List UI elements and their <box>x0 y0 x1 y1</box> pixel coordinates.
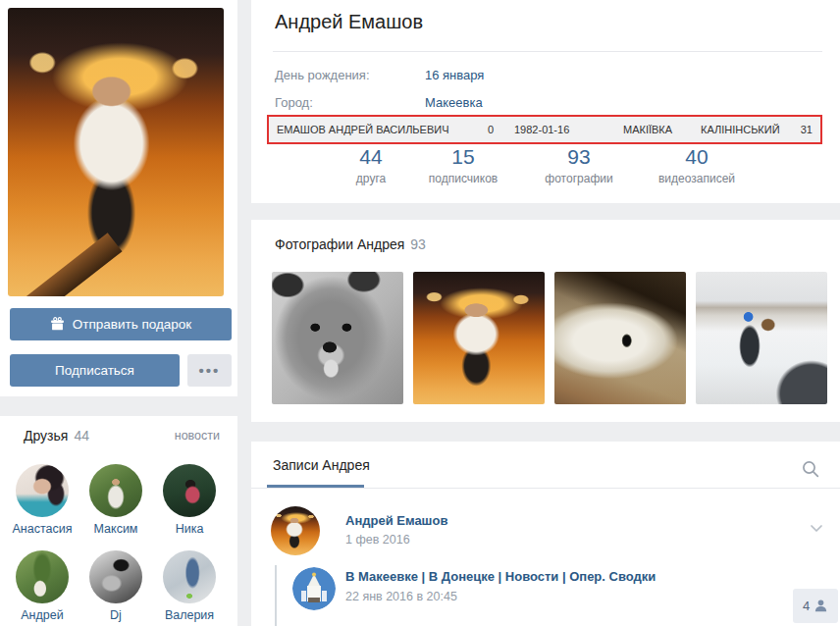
photo-thumbnail-winter[interactable] <box>696 272 827 404</box>
friends-count: 44 <box>74 428 89 443</box>
repost-source-name[interactable]: В Макеевке | В Донецке | Новости | Опер.… <box>345 569 777 584</box>
post-date[interactable]: 1 фев 2016 <box>345 533 410 547</box>
divider <box>273 51 822 52</box>
profile-info-card: Андрей Емашов День рождения: 16 января Г… <box>251 0 840 203</box>
counter-videos-label: видеозаписей <box>658 172 735 185</box>
counter-videos-value: 40 <box>658 145 735 169</box>
leak-district: КАЛІНІНСЬКИЙ <box>701 124 780 135</box>
friend-avatar-valeria[interactable] <box>163 550 216 603</box>
vk-profile-page: Отправить подарок Подписаться ••• Друзья… <box>0 0 840 626</box>
post-author-name[interactable]: Андрей Емашов <box>345 513 447 528</box>
friend-avatar-nika[interactable] <box>163 464 216 517</box>
repost-date[interactable]: 22 янв 2016 в 20:45 <box>345 590 457 603</box>
birthday-label: День рождения: <box>275 68 370 82</box>
send-gift-label: Отправить подарок <box>73 317 192 332</box>
counter-friends-value: 44 <box>356 145 386 169</box>
friend-name[interactable]: Андрей <box>6 608 79 622</box>
friends-title: Друзья <box>24 428 68 443</box>
leaked-record-highlight: ЕМАШОВ АНДРЕЙ ВАСИЛЬЕВИЧ 0 1982-01-16 МА… <box>267 115 822 144</box>
counter-friends-label: друга <box>356 172 386 185</box>
photo-thumbnail-fish[interactable] <box>554 272 686 404</box>
friend-name[interactable]: Валерия <box>153 608 226 622</box>
leak-number: 31 <box>801 124 813 135</box>
gift-icon <box>50 317 65 332</box>
photo-thumbnail-skating[interactable] <box>413 272 545 404</box>
photos-section-title: Фотографии Андрея <box>275 236 404 252</box>
friend-name[interactable]: Ника <box>153 522 226 536</box>
counter-followers-label: подписчиков <box>429 172 498 185</box>
profile-photo[interactable] <box>8 8 224 296</box>
photo-thumbnail-bear[interactable] <box>272 272 403 404</box>
friend-avatar-maksim[interactable] <box>89 464 142 517</box>
counter-friends[interactable]: 44 друга <box>356 145 386 185</box>
subscribe-button[interactable]: Подписаться <box>10 354 180 387</box>
photos-card: Фотографии Андрея93 <box>251 220 840 422</box>
search-icon[interactable] <box>801 459 820 479</box>
counter-photos-label: фотографии <box>545 172 612 185</box>
friend-name[interactable]: Максим <box>79 522 152 536</box>
friend-avatar-andrey[interactable] <box>16 550 69 603</box>
counter-followers[interactable]: 15 подписчиков <box>429 145 498 185</box>
divider <box>251 488 840 489</box>
city-label: Город: <box>275 95 313 110</box>
leak-code: 0 <box>488 124 494 135</box>
active-tab-underline <box>267 485 364 488</box>
subscribe-label: Подписаться <box>55 363 134 378</box>
post-author-avatar[interactable] <box>271 506 320 555</box>
photos-section-count: 93 <box>410 236 426 252</box>
friend-name[interactable]: Анастасия <box>6 522 79 536</box>
counter-photos-value: 93 <box>545 145 612 169</box>
chevron-down-icon[interactable] <box>809 520 824 536</box>
photos-section-header[interactable]: Фотографии Андрея93 <box>275 236 426 252</box>
birthday-value[interactable]: 16 января <box>425 68 484 82</box>
share-count-value: 4 <box>803 599 810 613</box>
repost-indicator-line <box>275 565 277 626</box>
wall-card: Записи Андрея Андрей Емашов 1 фев 2016 <box>251 442 840 626</box>
person-icon <box>814 599 828 613</box>
counter-videos[interactable]: 40 видеозаписей <box>658 145 735 185</box>
share-count-badge[interactable]: 4 <box>793 589 838 623</box>
counter-photos[interactable]: 93 фотографии <box>545 145 612 185</box>
repost-community-avatar[interactable] <box>292 567 336 610</box>
profile-photo-card: Отправить подарок Подписаться ••• <box>0 0 237 396</box>
leak-full-name: ЕМАШОВ АНДРЕЙ ВАСИЛЬЕВИЧ <box>277 124 449 135</box>
friends-card: Друзья44 новости Анастасия Максим Ника А… <box>0 416 237 626</box>
friends-header[interactable]: Друзья44 <box>24 428 89 443</box>
friend-avatar-anastasia[interactable] <box>16 464 69 517</box>
ellipsis-icon: ••• <box>199 362 221 379</box>
counter-followers-value: 15 <box>429 145 498 169</box>
leak-city: МАКІЇВКА <box>623 124 672 135</box>
city-value[interactable]: Макеевка <box>425 95 483 110</box>
send-gift-button[interactable]: Отправить подарок <box>10 308 232 340</box>
leak-birth-date: 1982-01-16 <box>514 124 569 135</box>
friend-name[interactable]: Dj <box>79 608 152 622</box>
more-options-button[interactable]: ••• <box>187 354 232 387</box>
friend-avatar-dj[interactable] <box>89 550 142 603</box>
tab-wall-posts[interactable]: Записи Андрея <box>273 457 370 473</box>
friends-news-link[interactable]: новости <box>175 429 220 443</box>
page-title: Андрей Емашов <box>275 11 423 33</box>
